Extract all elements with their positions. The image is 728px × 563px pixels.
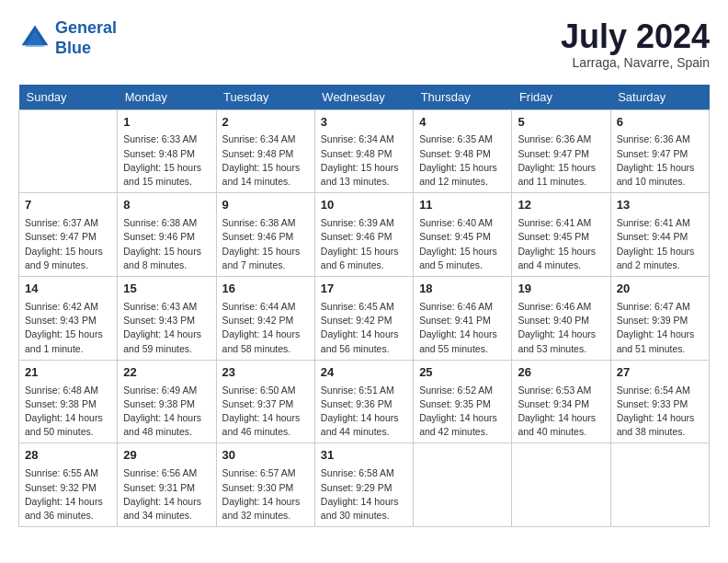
month-title: July 2024 <box>561 18 710 55</box>
day-number: 24 <box>321 364 407 382</box>
cell-content: Sunrise: 6:55 AMSunset: 9:32 PMDaylight:… <box>25 466 111 523</box>
calendar-cell: 26Sunrise: 6:53 AMSunset: 9:34 PMDayligh… <box>512 360 610 443</box>
calendar-cell: 27Sunrise: 6:54 AMSunset: 9:33 PMDayligh… <box>610 360 709 443</box>
cell-content: Sunrise: 6:50 AMSunset: 9:37 PMDaylight:… <box>222 384 309 440</box>
calendar-cell: 30Sunrise: 6:57 AMSunset: 9:30 PMDayligh… <box>216 443 314 527</box>
cell-content: Sunrise: 6:47 AMSunset: 9:39 PMDaylight:… <box>617 300 703 356</box>
calendar-cell: 28Sunrise: 6:55 AMSunset: 9:32 PMDayligh… <box>19 443 118 527</box>
calendar-cell: 31Sunrise: 6:58 AMSunset: 9:29 PMDayligh… <box>314 443 413 527</box>
calendar-cell: 3Sunrise: 6:34 AMSunset: 9:48 PMDaylight… <box>314 109 413 193</box>
calendar-cell: 10Sunrise: 6:39 AMSunset: 9:46 PMDayligh… <box>314 193 413 277</box>
calendar-body: 1Sunrise: 6:33 AMSunset: 9:48 PMDaylight… <box>19 109 710 527</box>
cell-content: Sunrise: 6:57 AMSunset: 9:30 PMDaylight:… <box>222 466 309 523</box>
calendar-cell: 1Sunrise: 6:33 AMSunset: 9:48 PMDaylight… <box>118 109 216 193</box>
cell-content: Sunrise: 6:36 AMSunset: 9:47 PMDaylight:… <box>518 132 604 189</box>
calendar-cell <box>610 443 709 527</box>
week-row-1: 1Sunrise: 6:33 AMSunset: 9:48 PMDaylight… <box>19 109 710 193</box>
calendar-cell: 2Sunrise: 6:34 AMSunset: 9:48 PMDaylight… <box>216 109 314 193</box>
cell-content: Sunrise: 6:45 AMSunset: 9:42 PMDaylight:… <box>321 300 407 356</box>
calendar-cell: 16Sunrise: 6:44 AMSunset: 9:42 PMDayligh… <box>216 277 314 361</box>
day-number: 23 <box>222 364 309 382</box>
calendar-cell: 24Sunrise: 6:51 AMSunset: 9:36 PMDayligh… <box>314 360 413 443</box>
week-row-4: 21Sunrise: 6:48 AMSunset: 9:38 PMDayligh… <box>19 360 710 443</box>
day-number: 18 <box>419 281 506 298</box>
cell-content: Sunrise: 6:54 AMSunset: 9:33 PMDaylight:… <box>617 384 703 440</box>
calendar-cell <box>19 109 118 193</box>
day-number: 31 <box>321 447 407 465</box>
calendar-cell <box>414 443 512 527</box>
calendar-cell: 20Sunrise: 6:47 AMSunset: 9:39 PMDayligh… <box>610 277 709 361</box>
day-number: 27 <box>617 364 703 382</box>
day-number: 13 <box>617 197 703 214</box>
day-number: 2 <box>222 114 309 132</box>
day-number: 1 <box>123 114 210 132</box>
cell-content: Sunrise: 6:43 AMSunset: 9:43 PMDaylight:… <box>123 300 210 356</box>
day-number: 15 <box>123 281 210 298</box>
cell-content: Sunrise: 6:39 AMSunset: 9:46 PMDaylight:… <box>321 216 407 272</box>
cell-content: Sunrise: 6:53 AMSunset: 9:34 PMDaylight:… <box>518 384 604 440</box>
day-number: 19 <box>518 281 604 298</box>
day-number: 22 <box>123 364 210 382</box>
calendar-cell: 8Sunrise: 6:38 AMSunset: 9:46 PMDaylight… <box>118 193 216 277</box>
cell-content: Sunrise: 6:58 AMSunset: 9:29 PMDaylight:… <box>321 466 407 523</box>
cell-content: Sunrise: 6:33 AMSunset: 9:48 PMDaylight:… <box>123 132 210 189</box>
day-number: 7 <box>25 197 111 214</box>
cell-content: Sunrise: 6:46 AMSunset: 9:40 PMDaylight:… <box>518 300 604 356</box>
day-number: 20 <box>617 281 703 298</box>
day-number: 8 <box>123 197 210 214</box>
day-number: 6 <box>617 114 703 132</box>
cell-content: Sunrise: 6:36 AMSunset: 9:47 PMDaylight:… <box>617 132 703 189</box>
calendar-cell: 21Sunrise: 6:48 AMSunset: 9:38 PMDayligh… <box>19 360 118 443</box>
location: Larraga, Navarre, Spain <box>561 55 710 70</box>
calendar-cell: 17Sunrise: 6:45 AMSunset: 9:42 PMDayligh… <box>314 277 413 361</box>
day-number: 4 <box>419 114 506 132</box>
calendar-header: SundayMondayTuesdayWednesdayThursdayFrid… <box>19 85 710 110</box>
cell-content: Sunrise: 6:56 AMSunset: 9:31 PMDaylight:… <box>123 466 210 523</box>
calendar-cell: 15Sunrise: 6:43 AMSunset: 9:43 PMDayligh… <box>118 277 216 361</box>
day-number: 5 <box>518 114 604 132</box>
week-row-5: 28Sunrise: 6:55 AMSunset: 9:32 PMDayligh… <box>19 443 710 527</box>
cell-content: Sunrise: 6:49 AMSunset: 9:38 PMDaylight:… <box>123 384 210 440</box>
week-row-2: 7Sunrise: 6:37 AMSunset: 9:47 PMDaylight… <box>19 193 710 277</box>
header-tuesday: Tuesday <box>216 85 314 110</box>
header-sunday: Sunday <box>19 85 118 110</box>
day-number: 11 <box>419 197 506 214</box>
cell-content: Sunrise: 6:37 AMSunset: 9:47 PMDaylight:… <box>25 216 111 272</box>
calendar-cell: 7Sunrise: 6:37 AMSunset: 9:47 PMDaylight… <box>19 193 118 277</box>
cell-content: Sunrise: 6:34 AMSunset: 9:48 PMDaylight:… <box>222 132 309 189</box>
cell-content: Sunrise: 6:38 AMSunset: 9:46 PMDaylight:… <box>222 216 309 272</box>
week-row-3: 14Sunrise: 6:42 AMSunset: 9:43 PMDayligh… <box>19 277 710 361</box>
cell-content: Sunrise: 6:48 AMSunset: 9:38 PMDaylight:… <box>25 384 111 440</box>
calendar-cell: 13Sunrise: 6:41 AMSunset: 9:44 PMDayligh… <box>610 193 709 277</box>
cell-content: Sunrise: 6:51 AMSunset: 9:36 PMDaylight:… <box>321 384 407 440</box>
day-number: 10 <box>321 197 407 214</box>
header-thursday: Thursday <box>414 85 512 110</box>
logo: General Blue <box>18 18 117 58</box>
calendar-table: SundayMondayTuesdayWednesdayThursdayFrid… <box>18 85 710 528</box>
day-number: 9 <box>222 197 309 214</box>
calendar-cell: 5Sunrise: 6:36 AMSunset: 9:47 PMDaylight… <box>512 109 610 193</box>
day-number: 30 <box>222 447 309 465</box>
calendar-cell: 6Sunrise: 6:36 AMSunset: 9:47 PMDaylight… <box>610 109 709 193</box>
cell-content: Sunrise: 6:42 AMSunset: 9:43 PMDaylight:… <box>25 300 111 356</box>
calendar-cell: 11Sunrise: 6:40 AMSunset: 9:45 PMDayligh… <box>414 193 512 277</box>
calendar-cell: 9Sunrise: 6:38 AMSunset: 9:46 PMDaylight… <box>216 193 314 277</box>
cell-content: Sunrise: 6:52 AMSunset: 9:35 PMDaylight:… <box>419 384 506 440</box>
calendar-cell: 4Sunrise: 6:35 AMSunset: 9:48 PMDaylight… <box>414 109 512 193</box>
cell-content: Sunrise: 6:35 AMSunset: 9:48 PMDaylight:… <box>419 132 506 189</box>
cell-content: Sunrise: 6:40 AMSunset: 9:45 PMDaylight:… <box>419 216 506 272</box>
header-wednesday: Wednesday <box>314 85 413 110</box>
day-number: 29 <box>123 447 210 465</box>
day-number: 14 <box>25 281 111 298</box>
cell-content: Sunrise: 6:34 AMSunset: 9:48 PMDaylight:… <box>321 132 407 189</box>
day-number: 17 <box>321 281 407 298</box>
day-number: 12 <box>518 197 604 214</box>
calendar-cell: 12Sunrise: 6:41 AMSunset: 9:45 PMDayligh… <box>512 193 610 277</box>
cell-content: Sunrise: 6:46 AMSunset: 9:41 PMDaylight:… <box>419 300 506 356</box>
title-block: July 2024 Larraga, Navarre, Spain <box>561 18 710 70</box>
day-number: 21 <box>25 364 111 382</box>
header-monday: Monday <box>118 85 216 110</box>
day-number: 26 <box>518 364 604 382</box>
calendar-cell: 19Sunrise: 6:46 AMSunset: 9:40 PMDayligh… <box>512 277 610 361</box>
day-number: 25 <box>419 364 506 382</box>
